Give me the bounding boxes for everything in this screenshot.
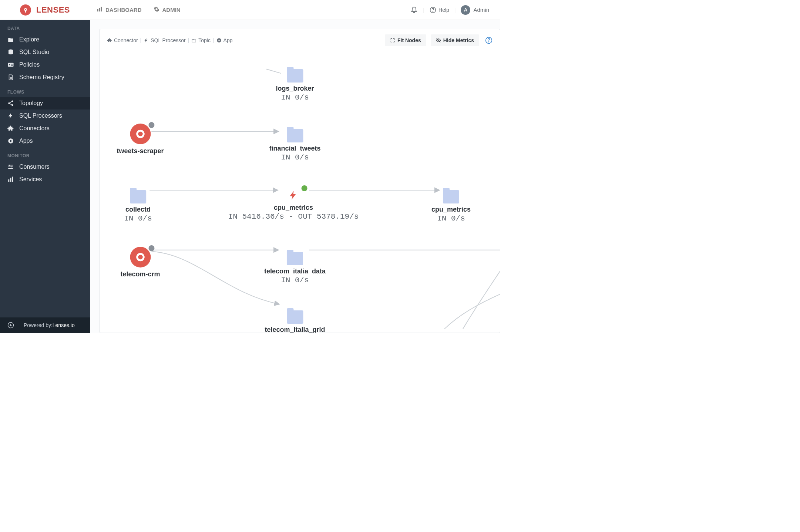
node-metric: IN 0/s bbox=[269, 153, 320, 162]
sidebar: DATA Explore SQL Studio Policies Schema … bbox=[0, 20, 90, 333]
target-icon bbox=[216, 38, 222, 43]
folder-icon bbox=[287, 252, 303, 265]
folder-icon bbox=[287, 310, 303, 324]
legend-label: Connector bbox=[114, 37, 138, 43]
avatar[interactable]: A bbox=[461, 5, 470, 15]
node-cpu-metrics-processor[interactable]: cpu_metrics IN 5416.36/s - OUT 5378.19/s bbox=[228, 188, 359, 221]
sidebar-item-sql-studio[interactable]: SQL Studio bbox=[0, 46, 90, 58]
svg-point-13 bbox=[11, 101, 13, 102]
node-telecom-italia-grid[interactable]: telecom_italia_grid IN 0/s bbox=[265, 310, 325, 333]
sidebar-item-label: Consumers bbox=[19, 164, 50, 170]
sidebar-item-explore[interactable]: Explore bbox=[0, 33, 90, 46]
app-icon bbox=[130, 247, 151, 267]
target-icon bbox=[7, 138, 14, 144]
node-logs-broker[interactable]: logs_broker IN 0/s bbox=[276, 69, 314, 102]
nav-dashboard[interactable]: DASHBOARD bbox=[97, 6, 142, 13]
sidebar-item-topology[interactable]: Topology bbox=[0, 97, 90, 110]
node-metric: IN 0/s bbox=[124, 214, 152, 223]
node-financial-tweets[interactable]: financial_tweets IN 0/s bbox=[269, 129, 320, 162]
hide-metrics-button[interactable]: Hide Metrics bbox=[431, 34, 479, 46]
sidebar-footer: Powered by: Lenses.io bbox=[0, 317, 90, 333]
node-name: cpu_metrics bbox=[228, 204, 359, 212]
lenses-io-link[interactable]: Lenses.io bbox=[53, 322, 75, 328]
sidebar-item-label: Explore bbox=[19, 36, 39, 43]
svg-point-6 bbox=[433, 11, 433, 11]
bolt-icon bbox=[286, 188, 301, 203]
folder-icon bbox=[191, 38, 196, 43]
expand-icon bbox=[390, 38, 395, 43]
svg-rect-8 bbox=[8, 63, 14, 67]
folder-icon bbox=[443, 190, 459, 203]
node-telecom-italia-data[interactable]: telecom_italia_data IN 0/s bbox=[264, 252, 326, 284]
node-tweets-scraper[interactable]: tweets-scraper bbox=[117, 124, 164, 155]
svg-rect-11 bbox=[11, 65, 13, 66]
graph-area[interactable]: logs_broker IN 0/s tweets-scraper financ… bbox=[100, 48, 500, 333]
arrow-left-circle-icon[interactable] bbox=[7, 322, 14, 329]
status-dot bbox=[302, 185, 307, 191]
section-monitor-title: MONITOR bbox=[0, 147, 90, 161]
svg-rect-17 bbox=[8, 165, 13, 166]
fit-nodes-button[interactable]: Fit Nodes bbox=[385, 34, 426, 46]
id-card-icon bbox=[7, 61, 14, 68]
sidebar-item-schema-registry[interactable]: Schema Registry bbox=[0, 71, 90, 84]
section-flows-title: FLOWS bbox=[0, 84, 90, 97]
sidebar-item-services[interactable]: Services bbox=[0, 173, 90, 186]
sidebar-item-sql-processors[interactable]: SQL Processors bbox=[0, 110, 90, 122]
status-dot bbox=[148, 122, 154, 128]
node-metric: IN 5416.36/s - OUT 5378.19/s bbox=[228, 212, 359, 221]
nav-admin-label: ADMIN bbox=[162, 7, 181, 13]
fit-nodes-label: Fit Nodes bbox=[397, 37, 421, 43]
node-cpu-metrics-topic[interactable]: cpu_metrics IN 0/s bbox=[431, 190, 471, 223]
help-label: Help bbox=[438, 7, 449, 13]
svg-point-0 bbox=[24, 9, 26, 10]
help-icon[interactable] bbox=[485, 37, 493, 44]
svg-rect-24 bbox=[10, 178, 11, 182]
sidebar-item-consumers[interactable]: Consumers bbox=[0, 161, 90, 173]
sidebar-item-label: Apps bbox=[19, 138, 33, 144]
svg-point-21 bbox=[11, 166, 13, 168]
svg-rect-10 bbox=[11, 64, 13, 65]
bolt-icon bbox=[7, 112, 14, 119]
brand-logo[interactable] bbox=[20, 4, 31, 16]
node-collectd[interactable]: collectd IN 0/s bbox=[124, 190, 152, 223]
top-right: | Help | A Admin bbox=[410, 5, 489, 15]
legend-app[interactable]: App bbox=[216, 37, 233, 43]
node-name: telecom_italia_data bbox=[264, 267, 326, 275]
sidebar-item-label: Schema Registry bbox=[19, 74, 64, 81]
node-name: financial_tweets bbox=[269, 145, 320, 152]
sidebar-item-label: Services bbox=[19, 176, 42, 183]
svg-point-20 bbox=[9, 165, 10, 166]
sidebar-item-apps[interactable]: Apps bbox=[0, 135, 90, 147]
legend-label: App bbox=[223, 37, 233, 43]
node-telecom-crm[interactable]: telecom-crm bbox=[120, 247, 160, 278]
puzzle-icon bbox=[7, 125, 14, 132]
user-name[interactable]: Admin bbox=[473, 7, 489, 13]
svg-rect-3 bbox=[99, 8, 100, 11]
node-name: tweets-scraper bbox=[117, 147, 164, 155]
help-link[interactable]: Help bbox=[430, 7, 449, 13]
nav-admin[interactable]: ADMIN bbox=[154, 6, 181, 13]
legend-sql-processor[interactable]: SQL Processor bbox=[144, 37, 185, 43]
bell-icon[interactable] bbox=[410, 6, 418, 14]
eye-off-icon bbox=[436, 38, 441, 43]
legend-connector[interactable]: Connector bbox=[107, 37, 138, 43]
main: Connector | SQL Processor | Topic | App bbox=[90, 20, 500, 333]
svg-point-14 bbox=[11, 104, 13, 106]
folder-icon bbox=[287, 69, 303, 83]
node-metric: IN 0/s bbox=[431, 214, 471, 223]
node-name: telecom-crm bbox=[120, 270, 160, 278]
sidebar-item-label: Connectors bbox=[19, 125, 50, 132]
brand-name[interactable]: LENSES bbox=[36, 5, 70, 15]
node-metric: IN 0/s bbox=[264, 276, 326, 284]
app-icon bbox=[130, 124, 151, 144]
svg-rect-18 bbox=[8, 166, 13, 167]
sidebar-item-connectors[interactable]: Connectors bbox=[0, 122, 90, 135]
sidebar-item-label: Topology bbox=[19, 100, 43, 107]
sidebar-item-policies[interactable]: Policies bbox=[0, 58, 90, 71]
document-icon bbox=[7, 74, 14, 81]
folder-icon bbox=[130, 190, 146, 203]
database-icon bbox=[7, 49, 14, 55]
legend-topic[interactable]: Topic bbox=[191, 37, 211, 43]
puzzle-icon bbox=[107, 38, 112, 43]
bolt-icon bbox=[144, 38, 149, 43]
